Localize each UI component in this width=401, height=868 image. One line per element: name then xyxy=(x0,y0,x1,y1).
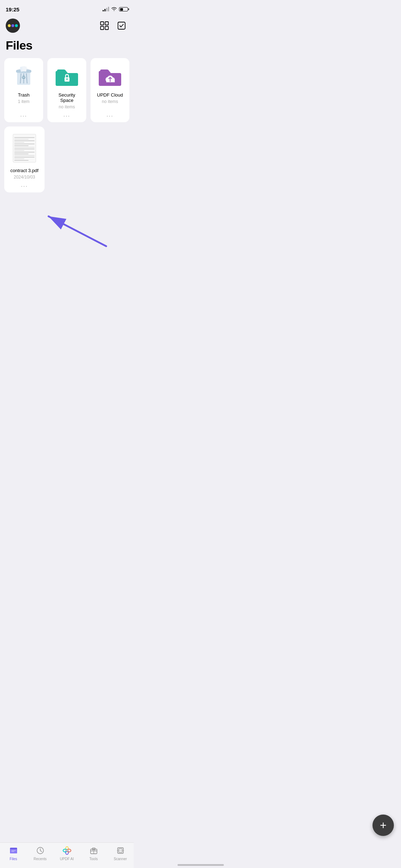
content-area: ♻ Trash 1 item ... Security Space no ite xyxy=(0,58,134,192)
app-logo[interactable] xyxy=(6,19,20,33)
svg-rect-7 xyxy=(118,22,125,29)
grid-view-button[interactable] xyxy=(98,19,111,32)
svg-point-0 xyxy=(8,24,11,27)
trash-card-meta: 1 item xyxy=(18,99,30,104)
header-actions xyxy=(98,19,128,32)
contract-pdf-card[interactable]: contract 3.pdf 2024/10/03 ... xyxy=(4,126,45,192)
signal-icon xyxy=(103,7,109,11)
trash-card-menu[interactable]: ... xyxy=(20,112,27,118)
app-header xyxy=(0,16,134,36)
select-button[interactable] xyxy=(115,19,128,32)
arrow-annotation xyxy=(21,208,114,250)
cloud-card-meta: no items xyxy=(102,99,118,104)
trash-card[interactable]: ♻ Trash 1 item ... xyxy=(4,58,43,122)
files-grid: ♻ Trash 1 item ... Security Space no ite xyxy=(0,58,134,122)
battery-icon xyxy=(119,7,128,11)
status-bar: 19:25 xyxy=(0,0,134,16)
svg-rect-4 xyxy=(105,22,108,25)
wifi-icon xyxy=(111,6,117,12)
svg-rect-3 xyxy=(101,22,104,25)
pdf-card-menu[interactable]: ... xyxy=(21,182,28,188)
cloud-card-menu[interactable]: ... xyxy=(107,112,113,118)
trash-card-name: Trash xyxy=(18,92,30,98)
pdf-card-date: 2024/10/03 xyxy=(14,175,35,180)
pdf-thumbnail xyxy=(12,132,37,164)
pdf-card-name: contract 3.pdf xyxy=(10,168,38,173)
svg-line-24 xyxy=(48,216,106,246)
cloud-folder-icon xyxy=(98,64,123,89)
status-icons xyxy=(103,6,128,12)
cloud-card-name: UPDF Cloud xyxy=(97,92,123,98)
svg-point-18 xyxy=(66,78,68,80)
svg-rect-5 xyxy=(101,26,104,30)
updf-cloud-card[interactable]: UPDF Cloud no items ... xyxy=(91,58,129,122)
svg-point-1 xyxy=(11,24,14,27)
files-row2: contract 3.pdf 2024/10/03 ... xyxy=(0,122,134,192)
svg-rect-15 xyxy=(22,66,27,72)
security-space-card[interactable]: Security Space no items ... xyxy=(47,58,86,122)
security-card-menu[interactable]: ... xyxy=(63,112,70,118)
security-card-meta: no items xyxy=(59,104,75,109)
svg-point-2 xyxy=(15,24,18,27)
svg-text:♻: ♻ xyxy=(21,74,26,80)
security-folder-icon xyxy=(55,64,79,89)
status-time: 19:25 xyxy=(6,6,19,12)
security-card-name: Security Space xyxy=(52,92,82,103)
svg-rect-6 xyxy=(105,26,108,30)
page-title: Files xyxy=(0,36,134,58)
trash-icon: ♻ xyxy=(11,64,36,89)
